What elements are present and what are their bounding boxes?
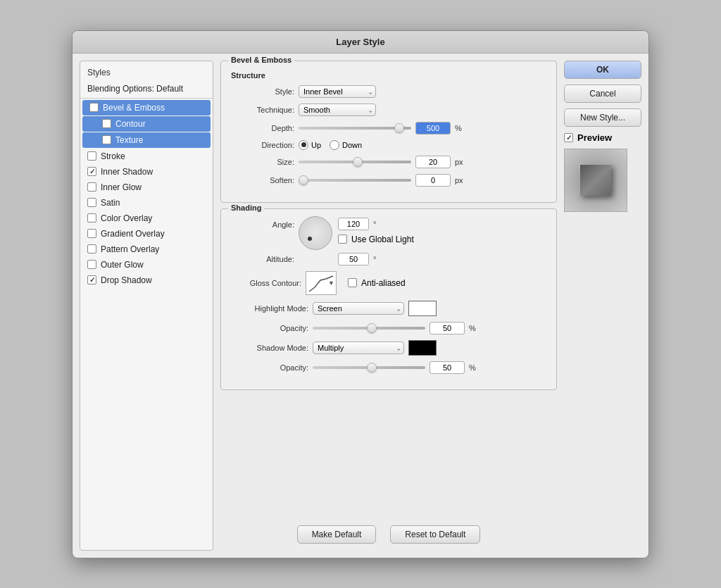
angle-dial[interactable] xyxy=(299,216,332,250)
direction-down-radio[interactable] xyxy=(330,140,339,150)
inner-glow-checkbox[interactable] xyxy=(87,182,96,192)
middle-panel: Bevel & Emboss Structure Style: Inner Be… xyxy=(220,61,557,551)
technique-select[interactable]: Smooth Chisel Hard Chisel Soft xyxy=(299,104,376,116)
direction-up-radio[interactable] xyxy=(299,140,308,150)
shadow-opacity-input[interactable] xyxy=(430,361,465,374)
technique-row: Technique: Smooth Chisel Hard Chisel Sof… xyxy=(231,104,546,116)
texture-checkbox[interactable] xyxy=(102,135,111,144)
highlight-opacity-thumb[interactable] xyxy=(367,323,377,333)
outer-glow-checkbox[interactable] xyxy=(87,260,96,269)
pattern-overlay-checkbox[interactable] xyxy=(87,244,96,254)
direction-down-item[interactable]: Down xyxy=(330,140,362,150)
cancel-button[interactable]: Cancel xyxy=(564,85,641,103)
soften-row: Soften: px xyxy=(231,174,546,187)
color-overlay-checkbox[interactable] xyxy=(87,213,96,223)
sidebar-item-stroke[interactable]: Stroke xyxy=(80,149,213,164)
highlight-opacity-unit: % xyxy=(469,324,476,332)
style-label: Style: xyxy=(231,87,294,96)
depth-slider[interactable] xyxy=(299,127,411,130)
direction-radio-group: Up Down xyxy=(299,140,362,150)
dialog-title: Layer Style xyxy=(73,31,648,54)
drop-shadow-checkbox[interactable] xyxy=(87,275,96,284)
use-global-light-checkbox[interactable] xyxy=(338,234,347,244)
contour-checkbox[interactable] xyxy=(102,119,111,128)
depth-row: Depth: % xyxy=(231,122,546,135)
size-input[interactable] xyxy=(415,156,451,168)
style-select[interactable]: Inner Bevel Outer Bevel Emboss Pillow Em… xyxy=(299,85,376,98)
blending-options-item[interactable]: Blending Options: Default xyxy=(80,81,213,96)
soften-input[interactable] xyxy=(415,174,451,187)
styles-header[interactable]: Styles xyxy=(80,64,213,81)
shadow-mode-label: Shadow Mode: xyxy=(231,344,308,352)
bevel-emboss-checkbox[interactable] xyxy=(89,103,99,112)
sidebar-item-color-overlay[interactable]: Color Overlay xyxy=(80,211,213,226)
reset-to-default-button[interactable]: Reset to Default xyxy=(390,525,480,544)
use-global-light-row[interactable]: Use Global Light xyxy=(338,234,414,244)
ok-button[interactable]: OK xyxy=(564,61,641,79)
shadow-opacity-thumb[interactable] xyxy=(367,363,377,373)
direction-label: Direction: xyxy=(231,141,294,149)
preview-thumbnail-inner xyxy=(580,165,611,196)
soften-slider-thumb[interactable] xyxy=(299,175,308,185)
angle-value-row: ° xyxy=(338,218,414,230)
contour-preview[interactable]: ▼ xyxy=(306,271,337,295)
make-default-button[interactable]: Make Default xyxy=(297,525,377,544)
technique-select-wrapper[interactable]: Smooth Chisel Hard Chisel Soft xyxy=(299,104,376,116)
sidebar-item-gradient-overlay[interactable]: Gradient Overlay xyxy=(80,226,213,242)
shading-section: Shading Angle: ° xyxy=(220,208,557,390)
shadow-opacity-row: Opacity: % xyxy=(231,361,546,374)
highlight-opacity-label: Opacity: xyxy=(231,324,308,332)
shadow-mode-row: Shadow Mode: Multiply Normal Screen xyxy=(231,340,546,356)
highlight-opacity-row: Opacity: % xyxy=(231,322,546,334)
shadow-mode-select-wrapper[interactable]: Multiply Normal Screen xyxy=(313,342,404,354)
size-label: Size: xyxy=(231,158,294,166)
shadow-opacity-slider[interactable] xyxy=(313,366,425,369)
shadow-mode-select[interactable]: Multiply Normal Screen xyxy=(313,342,404,354)
anti-aliased-checkbox[interactable] xyxy=(348,278,357,287)
angle-input[interactable] xyxy=(338,218,369,230)
depth-input[interactable] xyxy=(415,122,451,135)
sidebar-item-outer-glow[interactable]: Outer Glow xyxy=(80,257,213,273)
right-panel: OK Cancel New Style... Preview xyxy=(564,61,641,551)
sidebar-item-contour[interactable]: Contour xyxy=(82,116,211,132)
highlight-mode-select-wrapper[interactable]: Screen Normal Multiply xyxy=(313,302,404,315)
angle-degree: ° xyxy=(373,220,376,228)
soften-label: Soften: xyxy=(231,176,294,184)
size-slider[interactable] xyxy=(299,161,411,163)
altitude-label: Altitude: xyxy=(231,255,294,263)
soften-slider[interactable] xyxy=(299,179,411,182)
altitude-degree: ° xyxy=(373,255,376,263)
depth-slider-thumb[interactable] xyxy=(394,123,404,133)
preview-row: Preview xyxy=(564,132,641,143)
gloss-contour-label: Gloss Contour: xyxy=(231,279,301,287)
sidebar-item-drop-shadow[interactable]: Drop Shadow xyxy=(80,273,213,288)
satin-checkbox[interactable] xyxy=(87,198,96,207)
highlight-mode-select[interactable]: Screen Normal Multiply xyxy=(313,302,404,315)
inner-shadow-checkbox[interactable] xyxy=(87,167,96,176)
highlight-color-swatch[interactable] xyxy=(408,301,437,316)
depth-unit: % xyxy=(455,124,462,132)
stroke-checkbox[interactable] xyxy=(87,151,96,161)
highlight-opacity-slider[interactable] xyxy=(313,327,425,330)
left-panel: Styles Blending Options: Default Bevel &… xyxy=(80,61,213,551)
style-select-wrapper[interactable]: Inner Bevel Outer Bevel Emboss Pillow Em… xyxy=(299,85,376,98)
sidebar-item-inner-shadow[interactable]: Inner Shadow xyxy=(80,164,213,180)
shadow-color-swatch[interactable] xyxy=(408,340,437,356)
direction-up-item[interactable]: Up xyxy=(299,140,321,150)
anti-aliased-row[interactable]: Anti-aliased xyxy=(348,278,406,288)
size-slider-thumb[interactable] xyxy=(353,157,363,167)
shadow-opacity-label: Opacity: xyxy=(231,363,308,372)
highlight-opacity-input[interactable] xyxy=(430,322,465,334)
sidebar-item-texture[interactable]: Texture xyxy=(82,132,211,148)
shading-section-title: Shading xyxy=(228,204,264,212)
sidebar-item-bevel-emboss[interactable]: Bevel & Emboss xyxy=(82,100,211,115)
sidebar-item-inner-glow[interactable]: Inner Glow xyxy=(80,180,213,195)
sidebar-item-satin[interactable]: Satin xyxy=(80,195,213,211)
preview-checkbox[interactable] xyxy=(564,133,573,142)
angle-dial-dot xyxy=(308,237,312,241)
gradient-overlay-checkbox[interactable] xyxy=(87,229,96,238)
altitude-input[interactable] xyxy=(338,253,369,265)
new-style-button[interactable]: New Style... xyxy=(564,108,641,127)
sidebar-item-pattern-overlay[interactable]: Pattern Overlay xyxy=(80,242,213,257)
direction-row: Direction: Up Down xyxy=(231,140,546,150)
